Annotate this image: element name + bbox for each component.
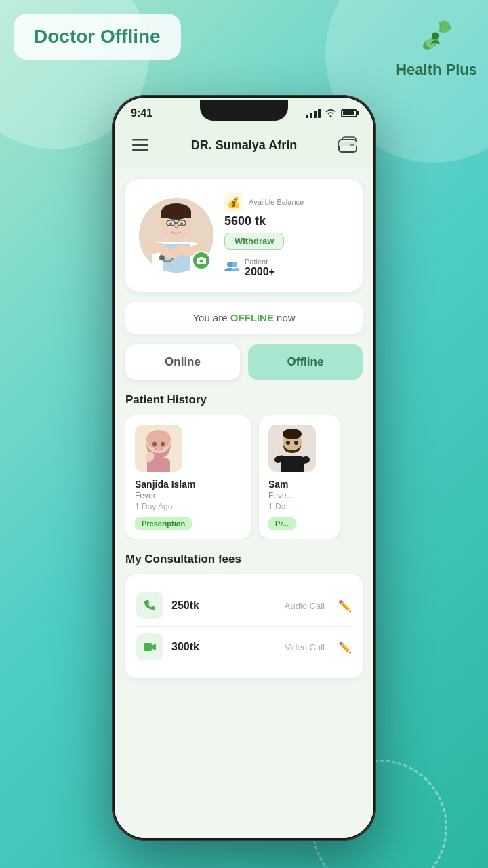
app-header: DR. Sumaiya Afrin [115,125,373,168]
svg-point-29 [152,442,157,447]
patient-condition-2: Feve... [268,491,331,500]
status-icons [306,108,357,119]
patient-card-2[interactable]: Sam Feve... 1 Da... Pr... [259,415,340,539]
patient-row: Patient 2000+ [224,258,349,278]
profile-card: 💰 Availble Balance 5600 tk Withdraw [125,179,363,292]
consultation-fees-title: My Consultation fees [125,553,363,566]
fee-row-audio: 250tk Audio Call ✏️ [136,585,352,627]
phone-frame: 9:41 [112,95,376,841]
health-plus-brand: Health Plus [396,11,477,79]
fees-card: 250tk Audio Call ✏️ 300tk Video Call ✏️ [125,574,363,678]
prescription-badge-1: Prescription [135,517,192,530]
camera-badge[interactable] [192,251,211,270]
withdraw-button[interactable]: Withdraw [224,233,284,250]
patient-history-title: Patient History [125,393,363,407]
phone-screen: 9:41 [115,98,373,838]
offline-button[interactable]: Offline [248,344,363,380]
header-title: DR. Sumaiya Afrin [191,138,297,153]
patient-count: 2000+ [245,266,275,278]
svg-rect-21 [178,220,186,226]
wifi-icon [325,108,337,119]
video-call-icon [136,633,163,660]
patient-time-2: 1 Da... [268,502,331,511]
svg-point-37 [294,441,298,445]
svg-rect-3 [132,139,148,141]
video-call-edit-icon[interactable]: ✏️ [338,641,352,654]
svg-point-2 [432,33,439,40]
avatar-wrapper [139,198,214,273]
audio-call-fee: 250tk [171,599,277,612]
svg-rect-20 [167,220,175,226]
status-time: 9:41 [131,107,152,119]
patient-time-1: 1 Day Ago [135,502,241,511]
doctor-offline-label: Doctor Offline [14,14,181,60]
svg-rect-5 [132,149,148,151]
battery-icon [341,109,357,117]
status-banner: You are OFFLINE now [125,302,363,334]
svg-rect-8 [350,144,354,146]
svg-point-25 [232,262,237,267]
bottom-spacer [125,678,363,692]
signal-icon [306,108,321,118]
profile-info: 💰 Availble Balance 5600 tk Withdraw [224,193,349,278]
video-call-fee: 300tk [171,641,277,653]
video-call-label: Video Call [285,642,325,652]
patient-name-1: Sanjida Islam [135,479,241,490]
wallet-button[interactable] [336,133,360,157]
patient-name-2: Sam [268,479,331,490]
online-button[interactable]: Online [125,344,240,380]
svg-rect-15 [161,212,191,218]
patient-history-list: Sanjida Islam Fever 1 Day Ago Prescripti… [125,415,363,539]
svg-point-28 [146,430,171,449]
svg-point-23 [200,260,203,263]
balance-row: 💰 Availble Balance [224,193,349,212]
audio-call-label: Audio Call [285,601,325,611]
toggle-container: Online Offline [125,344,363,380]
svg-point-24 [227,262,232,267]
patient-avatar-2 [268,425,316,472]
balance-icon: 💰 [224,193,243,212]
svg-rect-4 [132,144,148,146]
svg-point-30 [161,442,165,447]
phone-call-icon [136,592,163,619]
svg-rect-39 [144,643,152,651]
audio-call-edit-icon[interactable]: ✏️ [338,599,352,612]
patient-card-1[interactable]: Sanjida Islam Fever 1 Day Ago Prescripti… [125,415,251,539]
patient-label: Patient [245,258,275,266]
menu-button[interactable] [128,133,152,157]
main-content: 💰 Availble Balance 5600 tk Withdraw [115,168,373,838]
patients-icon [224,261,239,275]
balance-amount: 5600 tk [224,214,349,229]
svg-point-36 [286,441,290,445]
svg-point-35 [283,429,302,439]
balance-label: Availble Balance [249,198,304,206]
patient-avatar-1 [135,425,182,472]
phone-notch [200,100,288,121]
health-plus-logo-icon [413,11,460,58]
fee-row-video: 300tk Video Call ✏️ [136,627,352,667]
prescription-badge-2: Pr... [268,517,296,530]
patient-condition-1: Fever [135,491,241,500]
